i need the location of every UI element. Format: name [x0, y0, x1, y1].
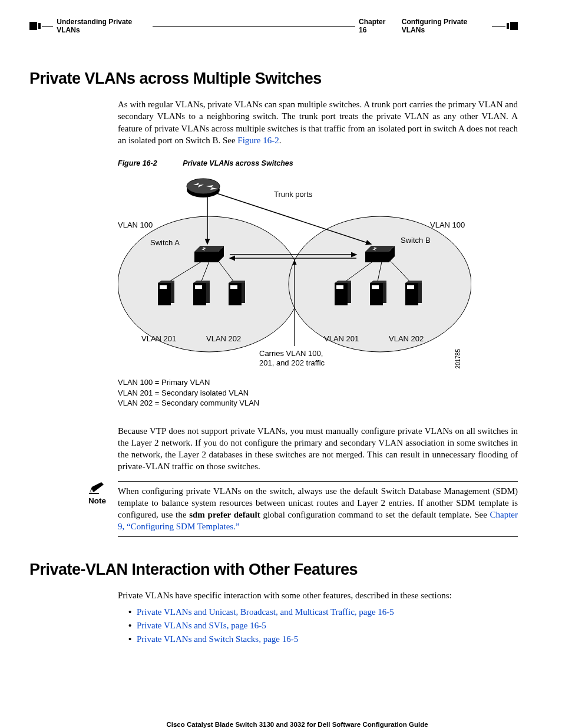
fig-vlan100-r: VLAN 100 — [430, 220, 465, 229]
fig-carries1: Carries VLAN 100, — [259, 349, 323, 358]
svg-rect-31 — [418, 283, 422, 303]
svg-rect-19 — [206, 283, 210, 303]
fig-vlan201-r: VLAN 201 — [324, 334, 359, 343]
page-header: Understanding Private VLANs Chapter 16 C… — [29, 18, 518, 34]
xref-link[interactable]: Private VLANs and Switch Stacks, page 16… — [137, 634, 298, 644]
svg-rect-28 — [383, 283, 386, 303]
svg-rect-22 — [242, 283, 245, 303]
pencil-icon — [88, 481, 118, 494]
svg-rect-23 — [230, 285, 237, 289]
fig-switch-a: Switch A — [150, 238, 180, 247]
fig-trunk-label: Trunk ports — [274, 190, 312, 199]
fig-imgnum: 201785 — [455, 349, 461, 368]
page-footer: Cisco Catalyst Blade Switch 3130 and 303… — [29, 721, 518, 728]
svg-rect-26 — [336, 285, 343, 289]
list-item: Private VLANs and Unicast, Broadcast, an… — [128, 607, 518, 617]
svg-rect-16 — [171, 283, 174, 303]
section1-para1: As with regular VLANs, private VLANs can… — [118, 98, 518, 146]
xref-link[interactable]: Private VLANs and Unicast, Broadcast, an… — [137, 607, 394, 617]
svg-rect-29 — [372, 285, 379, 289]
svg-rect-17 — [160, 285, 167, 289]
header-chapter-num: Chapter 16 — [359, 18, 394, 34]
fig-vlan100-l: VLAN 100 — [118, 220, 153, 229]
footer-guide-title: Cisco Catalyst Blade Switch 3130 and 303… — [77, 721, 518, 728]
note-command: sdm prefer default — [189, 510, 260, 519]
list-item: Private VLANs and SVIs, page 16-5 — [128, 621, 518, 631]
fig-vlan202-r: VLAN 202 — [389, 334, 424, 343]
svg-point-3 — [187, 179, 220, 194]
list-item: Private VLANs and Switch Stacks, page 16… — [128, 634, 518, 644]
note-block: Note When configuring private VLANs on t… — [88, 481, 518, 537]
note-label: Note — [88, 496, 118, 505]
fig-carries2: 201, and 202 traffic — [259, 358, 325, 367]
fig-vlan202-l: VLAN 202 — [206, 334, 241, 343]
header-section: Understanding Private VLANs — [57, 18, 153, 34]
figure-legend: VLAN 100 = Primary VLAN VLAN 201 = Secon… — [118, 377, 518, 409]
note-text: When configuring private VLANs on the sw… — [118, 485, 518, 533]
xref-link[interactable]: Private VLANs and SVIs, page 16-5 — [137, 621, 266, 630]
figure-caption: Figure 16-2 Private VLANs across Switche… — [118, 159, 518, 167]
svg-rect-25 — [348, 283, 351, 303]
fig-vlan201-l: VLAN 201 — [141, 334, 176, 343]
section-heading-2: Private-VLAN Interaction with Other Feat… — [29, 561, 518, 579]
header-chapter-title: Configuring Private VLANs — [402, 18, 488, 34]
svg-rect-20 — [195, 285, 202, 289]
figure-ref-link[interactable]: Figure 16-2 — [237, 136, 279, 145]
section2-intro: Private VLANs have specific interaction … — [118, 589, 518, 601]
section2-link-list: Private VLANs and Unicast, Broadcast, an… — [118, 607, 518, 644]
fig-switch-b: Switch B — [401, 236, 431, 245]
figure-16-2: Trunk ports VLAN 100 VLAN 100 Switch A S… — [118, 172, 471, 373]
section-heading-1: Private VLANs across Multiple Switches — [29, 70, 518, 88]
svg-rect-32 — [407, 285, 414, 289]
section1-para2: Because VTP does not support private VLA… — [118, 425, 518, 473]
